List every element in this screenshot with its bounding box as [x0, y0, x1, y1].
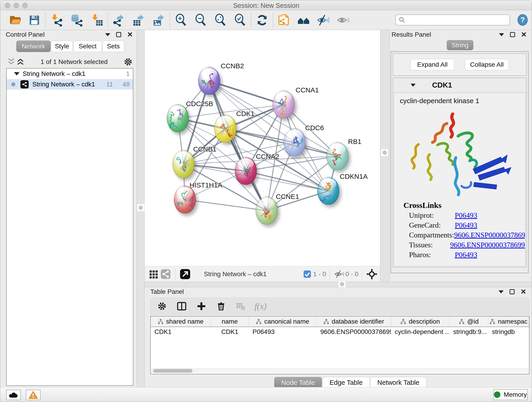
memory-button[interactable]: Memory [493, 389, 528, 400]
network-node-cdk1[interactable] [214, 115, 236, 143]
tab-network[interactable]: Network [16, 41, 51, 52]
right-splitter[interactable] [380, 30, 390, 282]
cloud-status-button[interactable] [6, 390, 21, 400]
delete-column-button[interactable] [215, 300, 227, 312]
hide-selected-button[interactable] [317, 13, 330, 27]
tab-edge-table[interactable]: Edge Table [322, 377, 370, 388]
table-cell[interactable]: stringdb [488, 328, 529, 336]
birdseye-crosshair-icon[interactable] [366, 268, 378, 280]
panel-close-icon[interactable]: ✕ [520, 289, 526, 294]
panel-menu-icon[interactable] [499, 290, 504, 293]
network-node-ccne1[interactable] [256, 197, 278, 225]
column-header-name[interactable]: name [211, 317, 249, 327]
panel-float-icon[interactable] [510, 32, 515, 37]
panel-float-icon[interactable] [510, 289, 515, 294]
crosslink-link[interactable]: 9606.ENSP00000378699 [454, 231, 525, 239]
table-cell[interactable]: P06493 [249, 328, 317, 336]
splitter-grip[interactable] [381, 149, 389, 157]
crosslink-link[interactable]: P06493 [455, 250, 477, 259]
column-header--id[interactable]: @id [450, 317, 488, 327]
tab-network-table[interactable]: Network Table [370, 377, 426, 388]
table-cell[interactable]: 9606.ENSP00000378699 [317, 328, 391, 336]
open-external-icon[interactable] [179, 268, 191, 280]
network-node-ccna1[interactable] [273, 90, 295, 119]
expand-all-chevron-icon[interactable] [16, 58, 25, 66]
column-header-shared-name[interactable]: shared name [151, 317, 211, 327]
crosslink-link[interactable]: P06493 [455, 211, 477, 220]
save-session-button[interactable] [28, 13, 41, 27]
panel-menu-icon[interactable] [105, 33, 110, 36]
search-input[interactable] [408, 17, 507, 24]
horizontal-scrollbar[interactable] [151, 368, 529, 373]
selected-checkbox-icon[interactable] [301, 268, 313, 280]
network-node-hist1h1a[interactable] [174, 186, 196, 214]
refresh-view-button[interactable] [255, 13, 269, 27]
network-node-ccna2[interactable] [235, 157, 257, 185]
column-header-namespac[interactable]: namespac [488, 317, 529, 327]
clone-network-button[interactable] [278, 13, 291, 27]
panel-float-icon[interactable] [116, 32, 121, 37]
table-cell[interactable]: CDK1 [151, 328, 211, 336]
column-header-description[interactable]: description [391, 317, 450, 327]
grid-view-icon[interactable] [148, 268, 160, 280]
column-header-canonical-name[interactable]: canonical name [249, 317, 317, 327]
table-cell[interactable]: cyclin-dependent ... [391, 328, 450, 336]
panel-menu-icon[interactable] [499, 33, 504, 36]
network-canvas[interactable]: CCNB2CCNA1CDC25BCDK1CDC6RB1CCNB1CCNA2CDK… [145, 30, 380, 266]
splitter-grip[interactable] [137, 204, 145, 211]
import-network-file-button[interactable] [50, 13, 63, 27]
function-builder-button[interactable]: f(x) [254, 301, 267, 311]
show-hidden-button[interactable] [336, 13, 350, 27]
tab-node-table[interactable]: Node Table [274, 377, 322, 388]
table-row[interactable]: CDK1CDK1P064939606.ENSP00000378699cyclin… [151, 327, 529, 337]
panel-close-icon[interactable]: ✕ [127, 32, 133, 37]
network-node-cdc25b[interactable] [167, 104, 189, 132]
delete-table-button[interactable] [235, 300, 247, 312]
export-network-button[interactable] [112, 13, 125, 27]
tree-expander-icon[interactable] [14, 72, 19, 75]
network-node-ccnb2[interactable] [198, 67, 220, 95]
select-columns-button[interactable] [176, 300, 188, 312]
import-table-button[interactable] [90, 13, 103, 27]
houses-button[interactable] [297, 13, 310, 27]
gear-icon[interactable] [123, 57, 133, 67]
section-expander-icon[interactable] [411, 84, 416, 87]
help-button[interactable]: ? [517, 14, 529, 26]
network-collection-row[interactable]: String Network – cdk1 1 [7, 69, 133, 79]
table-settings-button[interactable] [156, 300, 168, 312]
network-row[interactable]: String Network – cdk1 11 48 [7, 79, 133, 89]
network-node-cdc6[interactable] [284, 128, 306, 156]
network-share-icon[interactable] [160, 268, 172, 280]
warning-status-button[interactable] [26, 390, 41, 400]
zoom-in-button[interactable] [174, 13, 188, 27]
left-splitter[interactable] [137, 30, 145, 387]
add-column-button[interactable] [196, 300, 207, 312]
open-session-button[interactable] [8, 13, 22, 27]
network-node-cdkn1a[interactable] [317, 177, 339, 205]
hidden-eye-slash-icon[interactable] [334, 268, 346, 280]
tab-string[interactable]: String [447, 40, 473, 50]
tab-select[interactable]: Select [73, 41, 102, 52]
cdk1-header[interactable]: CDK1 [393, 78, 526, 92]
table-cell[interactable]: CDK1 [211, 328, 249, 336]
bottom-splitter[interactable] [145, 282, 532, 287]
crosslink-link[interactable]: 9606.ENSP00000378699 [450, 241, 525, 249]
crosslink-link[interactable]: P06493 [455, 221, 477, 230]
export-table-button[interactable] [132, 13, 146, 27]
tab-sets[interactable]: Sets [102, 41, 124, 52]
export-image-button[interactable] [152, 13, 166, 27]
import-network-database-button[interactable] [70, 13, 83, 27]
expand-all-button[interactable]: Expand All [410, 59, 454, 70]
zoom-fit-button[interactable] [214, 13, 227, 27]
panel-close-icon[interactable]: ✕ [521, 32, 527, 37]
network-node-ccnb1[interactable] [172, 150, 195, 178]
zoom-selected-button[interactable] [234, 13, 247, 27]
collapse-all-button[interactable]: Collapse All [465, 59, 509, 70]
zoom-out-button[interactable] [194, 13, 207, 27]
tab-style[interactable]: Style [51, 41, 73, 52]
network-node-rb1[interactable] [326, 142, 348, 170]
table-cell[interactable]: stringdb:9... [450, 328, 488, 336]
scrollbar-thumb[interactable] [153, 369, 192, 373]
collapse-all-chevron-icon[interactable] [7, 58, 16, 66]
column-header-database-identifier[interactable]: database identifier [317, 317, 391, 327]
